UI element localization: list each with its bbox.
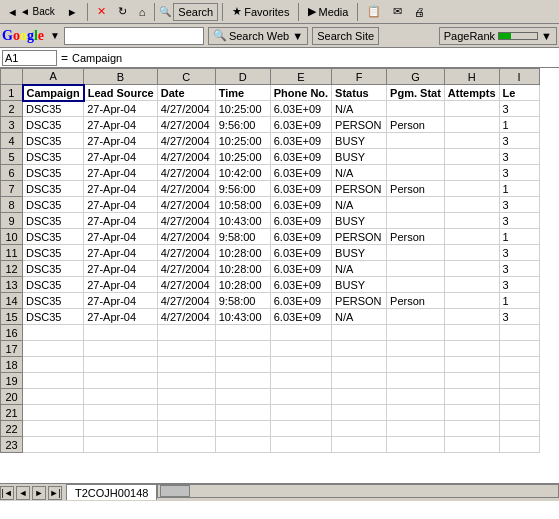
cell-e8[interactable]: 6.03E+09: [270, 197, 331, 213]
cell-b19[interactable]: [84, 373, 158, 389]
cell-d5[interactable]: 10:25:00: [215, 149, 270, 165]
cell-d18[interactable]: [215, 357, 270, 373]
cell-a18[interactable]: [23, 357, 84, 373]
cell-e23[interactable]: [270, 437, 331, 453]
cell-a21[interactable]: [23, 405, 84, 421]
cell-h23[interactable]: [444, 437, 499, 453]
cell-e19[interactable]: [270, 373, 331, 389]
col-header-c[interactable]: C: [157, 69, 215, 85]
cell-a6[interactable]: DSC35: [23, 165, 84, 181]
sheet-nav-prev[interactable]: ◄: [16, 486, 30, 500]
cell-g14[interactable]: Person: [387, 293, 445, 309]
cell-i3[interactable]: 1: [499, 117, 539, 133]
cell-f21[interactable]: [332, 405, 387, 421]
cell-f15[interactable]: N/A: [332, 309, 387, 325]
cell-g17[interactable]: [387, 341, 445, 357]
cell-b13[interactable]: 27-Apr-04: [84, 277, 158, 293]
cell-a3[interactable]: DSC35: [23, 117, 84, 133]
cell-g2[interactable]: [387, 101, 445, 117]
cell-b10[interactable]: 27-Apr-04: [84, 229, 158, 245]
cell-h19[interactable]: [444, 373, 499, 389]
cell-b16[interactable]: [84, 325, 158, 341]
cell-i7[interactable]: 1: [499, 181, 539, 197]
cell-d17[interactable]: [215, 341, 270, 357]
back-button[interactable]: ◄ ◄ Back: [2, 2, 60, 22]
cell-f14[interactable]: PERSON: [332, 293, 387, 309]
cell-c1[interactable]: Date: [157, 85, 215, 101]
cell-h22[interactable]: [444, 421, 499, 437]
cell-h8[interactable]: [444, 197, 499, 213]
cell-g10[interactable]: Person: [387, 229, 445, 245]
cell-c2[interactable]: 4/27/2004: [157, 101, 215, 117]
cell-e15[interactable]: 6.03E+09: [270, 309, 331, 325]
cell-i18[interactable]: [499, 357, 539, 373]
cell-d12[interactable]: 10:28:00: [215, 261, 270, 277]
hscroll-thumb[interactable]: [160, 485, 190, 497]
cell-f22[interactable]: [332, 421, 387, 437]
cell-e11[interactable]: 6.03E+09: [270, 245, 331, 261]
cell-e14[interactable]: 6.03E+09: [270, 293, 331, 309]
cell-f18[interactable]: [332, 357, 387, 373]
cell-c20[interactable]: [157, 389, 215, 405]
col-header-d[interactable]: D: [215, 69, 270, 85]
cell-c13[interactable]: 4/27/2004: [157, 277, 215, 293]
cell-i12[interactable]: 3: [499, 261, 539, 277]
cell-a15[interactable]: DSC35: [23, 309, 84, 325]
cell-i6[interactable]: 3: [499, 165, 539, 181]
cell-a7[interactable]: DSC35: [23, 181, 84, 197]
cell-c18[interactable]: [157, 357, 215, 373]
cell-c5[interactable]: 4/27/2004: [157, 149, 215, 165]
cell-c15[interactable]: 4/27/2004: [157, 309, 215, 325]
cell-f10[interactable]: PERSON: [332, 229, 387, 245]
cell-i15[interactable]: 3: [499, 309, 539, 325]
cell-e12[interactable]: 6.03E+09: [270, 261, 331, 277]
cell-e3[interactable]: 6.03E+09: [270, 117, 331, 133]
cell-f1[interactable]: Status: [332, 85, 387, 101]
cell-e4[interactable]: 6.03E+09: [270, 133, 331, 149]
cell-g1[interactable]: Pgm. Stat: [387, 85, 445, 101]
cell-h17[interactable]: [444, 341, 499, 357]
cell-i2[interactable]: 3: [499, 101, 539, 117]
cell-e17[interactable]: [270, 341, 331, 357]
cell-h1[interactable]: Attempts: [444, 85, 499, 101]
cell-i10[interactable]: 1: [499, 229, 539, 245]
cell-h16[interactable]: [444, 325, 499, 341]
cell-e10[interactable]: 6.03E+09: [270, 229, 331, 245]
cell-a20[interactable]: [23, 389, 84, 405]
cell-i8[interactable]: 3: [499, 197, 539, 213]
media-button[interactable]: ▶ Media: [303, 2, 353, 22]
cell-e5[interactable]: 6.03E+09: [270, 149, 331, 165]
cell-d16[interactable]: [215, 325, 270, 341]
cell-f13[interactable]: BUSY: [332, 277, 387, 293]
cell-d1[interactable]: Time: [215, 85, 270, 101]
pagerank-dropdown[interactable]: ▼: [541, 30, 552, 42]
cell-c19[interactable]: [157, 373, 215, 389]
cell-a5[interactable]: DSC35: [23, 149, 84, 165]
cell-b2[interactable]: 27-Apr-04: [84, 101, 158, 117]
cell-e1[interactable]: Phone No.: [270, 85, 331, 101]
cell-c3[interactable]: 4/27/2004: [157, 117, 215, 133]
cell-e13[interactable]: 6.03E+09: [270, 277, 331, 293]
cell-a16[interactable]: [23, 325, 84, 341]
horizontal-scrollbar[interactable]: [157, 484, 559, 501]
cell-a19[interactable]: [23, 373, 84, 389]
cell-e22[interactable]: [270, 421, 331, 437]
cell-d4[interactable]: 10:25:00: [215, 133, 270, 149]
cell-f19[interactable]: [332, 373, 387, 389]
favorites-button[interactable]: ★ Favorites: [227, 2, 294, 22]
cell-f12[interactable]: N/A: [332, 261, 387, 277]
cell-g16[interactable]: [387, 325, 445, 341]
cell-b15[interactable]: 27-Apr-04: [84, 309, 158, 325]
cell-d7[interactable]: 9:56:00: [215, 181, 270, 197]
cell-c14[interactable]: 4/27/2004: [157, 293, 215, 309]
cell-h10[interactable]: [444, 229, 499, 245]
col-header-f[interactable]: F: [332, 69, 387, 85]
cell-b18[interactable]: [84, 357, 158, 373]
cell-b17[interactable]: [84, 341, 158, 357]
cell-a11[interactable]: DSC35: [23, 245, 84, 261]
cell-d20[interactable]: [215, 389, 270, 405]
cell-h15[interactable]: [444, 309, 499, 325]
cell-a13[interactable]: DSC35: [23, 277, 84, 293]
cell-h6[interactable]: [444, 165, 499, 181]
col-header-a[interactable]: A: [23, 69, 84, 85]
